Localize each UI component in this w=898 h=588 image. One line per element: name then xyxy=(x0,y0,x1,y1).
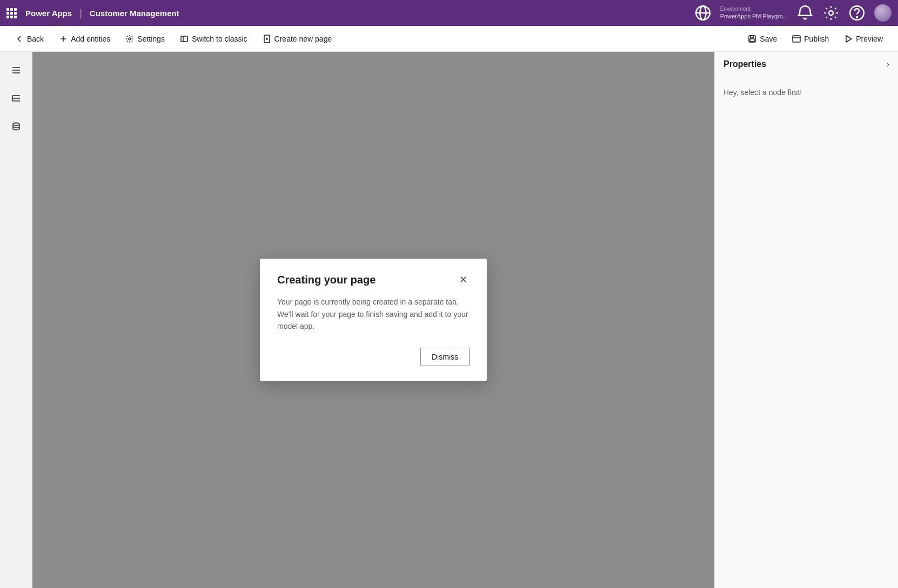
chevron-right-icon[interactable]: › xyxy=(887,59,889,69)
modal-header: Creating your page ✕ xyxy=(277,274,470,286)
publish-button[interactable]: Publish xyxy=(786,31,835,46)
nav-separator: | xyxy=(79,8,82,19)
right-panel: Properties › Hey, select a node first! xyxy=(714,52,898,588)
create-new-page-button[interactable]: Create new page xyxy=(256,31,339,46)
back-button[interactable]: Back xyxy=(9,31,50,46)
svg-point-5 xyxy=(856,17,857,18)
add-entities-button[interactable]: Add entities xyxy=(52,31,117,46)
svg-rect-14 xyxy=(750,36,754,38)
grid-icon[interactable] xyxy=(6,8,17,18)
toolbar-right-actions: Save Publish Preview xyxy=(741,31,889,46)
tree-view-icon[interactable] xyxy=(6,89,26,108)
modal-footer: Dismiss xyxy=(277,348,470,366)
main-layout: Creating your page ✕ Your page is curren… xyxy=(0,52,898,588)
top-nav-bar: Power Apps | Customer Management Environ… xyxy=(0,0,898,26)
settings-toolbar-button[interactable]: Settings xyxy=(119,31,171,46)
modal-title: Creating your page xyxy=(277,274,376,286)
menu-icon[interactable] xyxy=(6,60,26,80)
svg-point-28 xyxy=(13,123,19,126)
preview-button[interactable]: Preview xyxy=(837,31,889,46)
settings-icon-button[interactable] xyxy=(822,4,840,22)
right-panel-header: Properties › xyxy=(715,52,898,77)
svg-point-3 xyxy=(829,11,833,15)
dismiss-button[interactable]: Dismiss xyxy=(420,348,470,366)
main-canvas: Creating your page ✕ Your page is curren… xyxy=(32,52,714,588)
svg-point-8 xyxy=(129,38,131,40)
properties-title: Properties xyxy=(723,59,766,69)
svg-marker-18 xyxy=(846,36,852,42)
top-nav-right: Environment PowerApps PM Playgro... xyxy=(694,4,892,22)
svg-rect-9 xyxy=(181,36,187,42)
left-sidebar xyxy=(0,52,32,588)
user-avatar[interactable] xyxy=(874,4,892,22)
globe-icon-button[interactable] xyxy=(694,4,712,22)
switch-classic-button[interactable]: Switch to classic xyxy=(173,31,254,46)
help-icon-button[interactable] xyxy=(848,4,866,22)
modal-close-button[interactable]: ✕ xyxy=(457,274,470,286)
properties-hint-text: Hey, select a node first! xyxy=(723,88,802,97)
environment-info: Environment PowerApps PM Playgro... xyxy=(720,5,788,20)
properties-body: Hey, select a node first! xyxy=(715,77,898,107)
secondary-toolbar: Back Add entities Settings Switch to cla… xyxy=(0,26,898,52)
app-name: Power Apps xyxy=(25,9,72,18)
creating-page-modal: Creating your page ✕ Your page is curren… xyxy=(260,259,487,381)
modal-overlay: Creating your page ✕ Your page is curren… xyxy=(32,52,714,588)
save-button[interactable]: Save xyxy=(741,31,783,46)
svg-rect-15 xyxy=(750,39,754,42)
project-name: Customer Management xyxy=(90,9,179,18)
svg-rect-16 xyxy=(793,36,800,42)
modal-body: Your page is currently being created in … xyxy=(277,296,470,332)
data-icon[interactable] xyxy=(6,117,26,136)
bell-icon-button[interactable] xyxy=(796,4,814,22)
